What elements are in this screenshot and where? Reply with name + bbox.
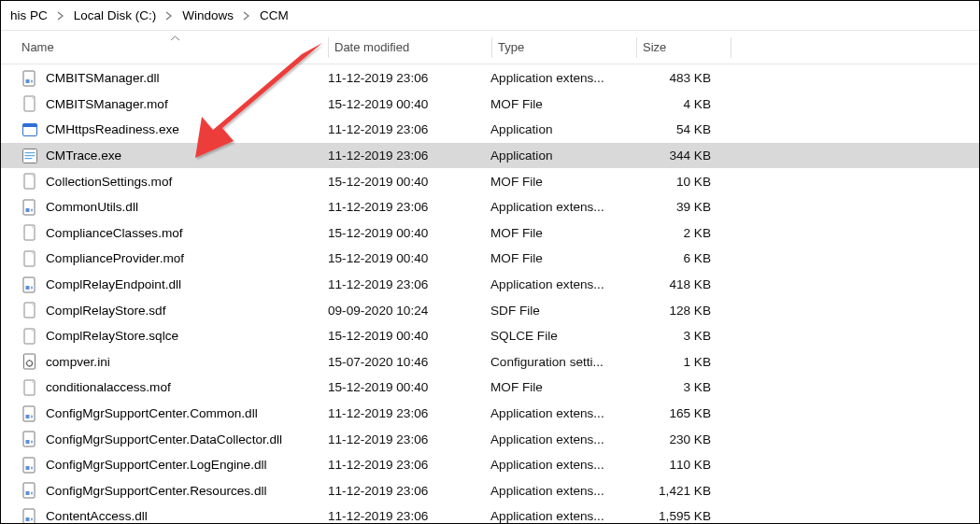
table-row[interactable]: CMTrace.exe 11-12-2019 23:06 Application…: [1, 143, 979, 169]
svg-rect-30: [26, 517, 30, 521]
table-row[interactable]: CMBITSManager.mof 15-12-2019 00:40 MOF F…: [1, 92, 979, 118]
file-name: compver.ini: [46, 355, 110, 369]
file-type: MOF File: [490, 226, 634, 240]
svg-rect-27: [23, 483, 35, 498]
svg-rect-0: [23, 71, 35, 86]
table-row[interactable]: CommonUtils.dll 11-12-2019 23:06 Applica…: [1, 194, 979, 220]
file-name: ComplRelayEndpoint.dll: [46, 277, 181, 291]
dll-file-icon: [21, 431, 38, 447]
file-type: Application extens...: [490, 458, 634, 472]
file-size: 165 KB: [634, 406, 728, 420]
breadcrumb[interactable]: his PC Local Disk (C:) Windows CCM: [1, 1, 979, 31]
svg-rect-22: [26, 415, 30, 418]
file-name: ConfigMgrSupportCenter.DataCollector.dll: [46, 432, 282, 446]
breadcrumb-item[interactable]: CCM: [256, 8, 292, 22]
table-row[interactable]: ConfigMgrSupportCenter.DataCollector.dll…: [1, 426, 979, 452]
breadcrumb-item[interactable]: Windows: [178, 8, 237, 22]
file-name: ConfigMgrSupportCenter.Common.dll: [46, 406, 258, 420]
file-type: Configuration setti...: [490, 355, 634, 369]
table-row[interactable]: ConfigMgrSupportCenter.LogEngine.dll 11-…: [1, 452, 979, 478]
file-size: 3 KB: [634, 329, 728, 343]
file-type: Application extens...: [490, 277, 634, 291]
file-name: CollectionSettings.mof: [46, 175, 172, 189]
generic-file-icon: [21, 95, 38, 112]
file-date: 15-12-2019 00:40: [328, 251, 490, 265]
svg-rect-25: [23, 458, 35, 473]
file-type: Application: [490, 122, 634, 136]
file-name: ComplianceClasses.mof: [46, 226, 183, 240]
generic-file-icon: [21, 250, 38, 267]
file-date: 11-12-2019 23:06: [328, 277, 490, 291]
file-size: 344 KB: [634, 149, 728, 163]
table-row[interactable]: ConfigMgrSupportCenter.Resources.dll 11-…: [1, 478, 979, 504]
file-size: 6 KB: [634, 251, 728, 265]
file-name: CMBITSManager.mof: [46, 97, 168, 111]
file-name: CMBITSManager.dll: [46, 71, 160, 85]
file-name: ComplRelayStore.sdf: [46, 304, 165, 318]
table-row[interactable]: ContentAccess.dll 11-12-2019 23:06 Appli…: [1, 503, 979, 524]
file-size: 418 KB: [634, 277, 728, 291]
file-type: Application extens...: [490, 484, 634, 498]
chevron-right-icon: [237, 11, 256, 21]
table-row[interactable]: ComplianceClasses.mof 15-12-2019 00:40 M…: [1, 220, 979, 247]
column-header-label: Name: [21, 40, 54, 54]
table-row[interactable]: ConfigMgrSupportCenter.Common.dll 11-12-…: [1, 401, 979, 427]
dll-file-icon: [21, 457, 38, 474]
file-date: 09-09-2020 10:24: [328, 304, 490, 318]
file-date: 15-12-2019 00:40: [328, 175, 490, 189]
file-size: 1 KB: [634, 355, 728, 369]
file-type: MOF File: [490, 175, 634, 189]
dll-file-icon: [21, 405, 38, 422]
file-name: ConfigMgrSupportCenter.Resources.dll: [46, 484, 267, 498]
chevron-right-icon: [51, 11, 70, 21]
file-type: MOF File: [490, 97, 634, 111]
svg-rect-28: [26, 491, 30, 495]
svg-rect-11: [26, 208, 30, 212]
file-type: MOF File: [490, 380, 634, 394]
file-type: SQLCE File: [490, 329, 634, 343]
file-size: 4 KB: [634, 97, 728, 111]
table-row[interactable]: ComplRelayStore.sqlce 15-12-2019 00:40 S…: [1, 323, 979, 349]
table-row[interactable]: ComplRelayEndpoint.dll 11-12-2019 23:06 …: [1, 272, 979, 298]
file-size: 1,421 KB: [634, 484, 728, 498]
svg-rect-7: [25, 155, 36, 156]
column-header-type[interactable]: Type: [492, 31, 636, 64]
file-size: 230 KB: [634, 432, 728, 446]
file-size: 3 KB: [634, 380, 728, 394]
file-list[interactable]: CMBITSManager.dll 11-12-2019 23:06 Appli…: [1, 64, 979, 524]
table-row[interactable]: ComplianceProvider.mof 15-12-2019 00:40 …: [1, 246, 979, 272]
file-name: ComplRelayStore.sqlce: [46, 329, 178, 343]
table-row[interactable]: ComplRelayStore.sdf 09-09-2020 10:24 SDF…: [1, 297, 979, 323]
svg-rect-8: [25, 158, 33, 159]
dll-file-icon: [21, 482, 38, 499]
column-header-size[interactable]: Size: [637, 31, 731, 64]
breadcrumb-item[interactable]: his PC: [7, 8, 51, 22]
breadcrumb-item[interactable]: Local Disk (C:): [70, 8, 161, 22]
file-date: 11-12-2019 23:06: [328, 484, 490, 498]
svg-rect-29: [23, 509, 35, 524]
column-header-label: Size: [637, 40, 666, 54]
file-date: 15-12-2019 00:40: [328, 97, 490, 111]
dll-file-icon: [21, 199, 38, 216]
generic-file-icon: [21, 302, 38, 319]
svg-rect-26: [26, 466, 30, 470]
svg-rect-23: [23, 432, 35, 446]
file-date: 15-07-2020 10:46: [328, 355, 490, 369]
svg-rect-15: [26, 286, 30, 290]
dll-file-icon: [21, 276, 38, 293]
file-name: CMTrace.exe: [46, 149, 121, 163]
column-header-label: Type: [492, 40, 524, 54]
column-header-name[interactable]: Name: [21, 31, 328, 64]
file-date: 11-12-2019 23:06: [328, 432, 490, 446]
ini-file-icon: [21, 353, 38, 370]
file-type: MOF File: [490, 251, 634, 265]
column-divider[interactable]: [731, 37, 731, 58]
table-row[interactable]: CMHttpsReadiness.exe 11-12-2019 23:06 Ap…: [1, 117, 979, 143]
column-header-date[interactable]: Date modified: [329, 31, 491, 64]
file-size: 54 KB: [634, 122, 728, 136]
table-row[interactable]: compver.ini 15-07-2020 10:46 Configurati…: [1, 349, 979, 375]
table-row[interactable]: conditionalaccess.mof 15-12-2019 00:40 M…: [1, 375, 979, 401]
table-row[interactable]: CollectionSettings.mof 15-12-2019 00:40 …: [1, 168, 979, 194]
file-size: 110 KB: [634, 458, 728, 472]
table-row[interactable]: CMBITSManager.dll 11-12-2019 23:06 Appli…: [1, 65, 979, 92]
